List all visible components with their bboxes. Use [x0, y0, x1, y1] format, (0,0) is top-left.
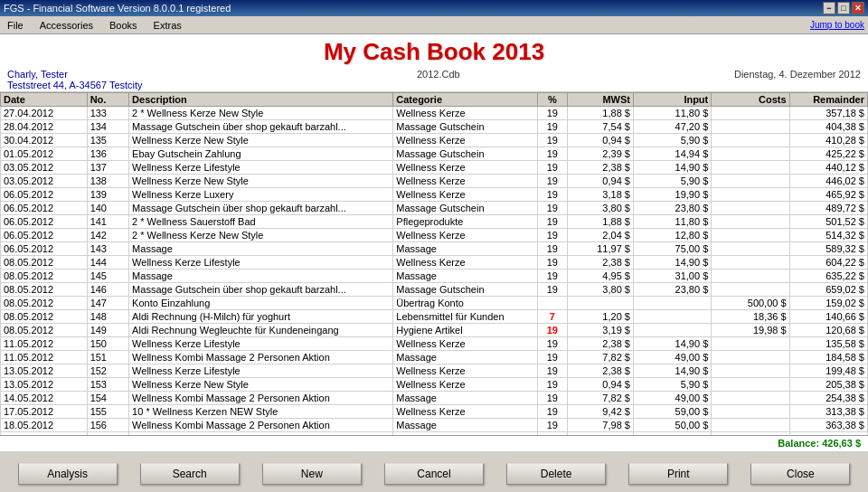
cell-cat: Wellness Kerze [393, 364, 537, 378]
cell-desc: Wellness Kerze New Style [129, 175, 393, 188]
cell-date: 18.05.2012 [1, 419, 88, 432]
new-button[interactable]: New [262, 463, 362, 485]
cell-no: 137 [87, 161, 128, 175]
table-row[interactable]: 13.05.2012 152 Wellness Kerze Lifestyle … [1, 364, 868, 378]
print-button[interactable]: Print [628, 463, 728, 485]
cell-no: 151 [87, 351, 128, 364]
cell-date: 08.05.2012 [1, 270, 88, 283]
delete-button[interactable]: Delete [506, 463, 606, 485]
table-row[interactable]: 11.05.2012 150 Wellness Kerze Lifestyle … [1, 337, 868, 351]
cell-no: 142 [87, 229, 128, 242]
analysis-button[interactable]: Analysis [18, 463, 118, 485]
user-name: Charly, Tester [7, 69, 143, 80]
menu-accessories[interactable]: Accessories [36, 19, 97, 32]
cell-desc: 2 * Wellness Sauerstoff Bad [129, 215, 393, 229]
table-row[interactable]: 06.05.2012 141 2 * Wellness Sauerstoff B… [1, 215, 868, 229]
menu-books[interactable]: Books [106, 19, 141, 32]
table-row[interactable]: 08.05.2012 145 Massage Massage 19 4,95 $… [1, 270, 868, 283]
cell-pct: 19 [537, 256, 567, 270]
menu-items: File Accessories Books Extras [4, 19, 185, 32]
cell-mwst: 3,80 $ [567, 202, 633, 215]
cell-costs [712, 351, 789, 364]
cell-cat: Massage Gutschein [393, 120, 537, 134]
cell-pct: 19 [537, 378, 567, 392]
table-row[interactable]: 08.05.2012 144 Wellness Kerze Lifestyle … [1, 256, 868, 270]
cell-date: 28.04.2012 [1, 120, 88, 134]
user-address: Teststreet 44, A-34567 Testcity [7, 80, 143, 90]
table-row[interactable]: 30.04.2012 135 Wellness Kerze New Style … [1, 134, 868, 147]
cell-remainder: 205,38 $ [789, 378, 867, 392]
cell-no: 136 [87, 147, 128, 161]
table-row[interactable]: 08.05.2012 147 Konto Einzahlung Übertrag… [1, 297, 868, 310]
cell-desc: Wellness Kombi Massage 2 Personen Aktion [129, 419, 393, 432]
cell-pct: 19 [537, 405, 567, 419]
menu-extras[interactable]: Extras [150, 19, 185, 32]
table-row[interactable]: 03.05.2012 137 Wellness Kerze Lifestyle … [1, 161, 868, 175]
cell-no: 139 [87, 188, 128, 202]
cell-desc: Wellness Kombi Massage 2 Personen Aktion [129, 351, 393, 364]
cell-no: 148 [87, 310, 128, 324]
cell-date: 06.05.2012 [1, 229, 88, 242]
minimize-button[interactable]: − [823, 2, 835, 14]
cell-costs [712, 202, 789, 215]
cell-remainder: 410,28 $ [789, 134, 867, 147]
table-row[interactable]: 17.05.2012 155 10 * Wellness Kerzen NEW … [1, 405, 868, 419]
cell-date: 11.05.2012 [1, 337, 88, 351]
data-table-container: Date No. Description Categorie % MWSt In… [0, 92, 868, 436]
cell-no: 153 [87, 378, 128, 392]
cell-date: 08.05.2012 [1, 256, 88, 270]
table-row[interactable]: 06.05.2012 139 Wellness Kerze Luxery Wel… [1, 188, 868, 202]
cell-no: 140 [87, 202, 128, 215]
table-row[interactable]: 13.05.2012 153 Wellness Kerze New Style … [1, 378, 868, 392]
cancel-button[interactable]: Cancel [384, 463, 484, 485]
cell-cat: Massage [393, 242, 537, 256]
cell-cat: Wellness Kerze [393, 229, 537, 242]
cell-desc: Aldi Rechnung Wegleuchte für Kundeneinga… [129, 324, 393, 337]
close-button[interactable]: Close [750, 463, 850, 485]
cell-no: 149 [87, 324, 128, 337]
table-row[interactable]: 08.05.2012 148 Aldi Rechnung (H-Milch) f… [1, 310, 868, 324]
cell-input: 14,90 $ [633, 337, 711, 351]
table-row[interactable]: 06.05.2012 140 Massage Gutschein über sh… [1, 202, 868, 215]
cell-cat: Wellness Kerze [393, 378, 537, 392]
cell-pct: 19 [537, 283, 567, 297]
table-row[interactable]: 14.05.2012 154 Wellness Kombi Massage 2 … [1, 392, 868, 405]
table-row[interactable]: 28.04.2012 134 Massage Gutschein über sh… [1, 120, 868, 134]
cell-date: 13.05.2012 [1, 364, 88, 378]
cell-pct: 19 [537, 337, 567, 351]
cell-input: 12,80 $ [633, 229, 711, 242]
table-row[interactable]: 01.05.2012 136 Ebay Gutschein Zahlung Ma… [1, 147, 868, 161]
window-close-button[interactable]: ✕ [852, 2, 864, 14]
cell-desc: 2 * Wellness Kerze New Style [129, 107, 393, 120]
cell-pct [537, 297, 567, 310]
cell-pct: 19 [537, 120, 567, 134]
cell-costs [712, 175, 789, 188]
cell-pct: 19 [537, 229, 567, 242]
cell-cat: Massage [393, 392, 537, 405]
menu-file[interactable]: File [4, 19, 27, 32]
cell-no: 156 [87, 419, 128, 432]
jump-to-book-link[interactable]: Jump to book [810, 20, 864, 30]
table-row[interactable]: 06.05.2012 143 Massage Massage 19 11,97 … [1, 242, 868, 256]
table-row[interactable]: 27.04.2012 133 2 * Wellness Kerze New St… [1, 107, 868, 120]
table-row[interactable]: 11.05.2012 151 Wellness Kombi Massage 2 … [1, 351, 868, 364]
cell-remainder: 635,22 $ [789, 270, 867, 283]
cell-no: 133 [87, 107, 128, 120]
cell-pct: 19 [537, 215, 567, 229]
menu-bar: File Accessories Books Extras Jump to bo… [0, 16, 868, 34]
table-row[interactable]: 08.05.2012 149 Aldi Rechnung Wegleuchte … [1, 324, 868, 337]
cell-mwst: 2,38 $ [567, 337, 633, 351]
cell-date: 08.05.2012 [1, 310, 88, 324]
table-row[interactable]: 03.05.2012 138 Wellness Kerze New Style … [1, 175, 868, 188]
cell-mwst: 7,54 $ [567, 120, 633, 134]
cell-desc: Aldi Rechnung (H-Milch) für yoghurt [129, 310, 393, 324]
maximize-button[interactable]: □ [837, 2, 850, 14]
cell-input: 50,00 $ [633, 419, 711, 432]
search-button[interactable]: Search [140, 463, 240, 485]
table-row[interactable]: 18.05.2012 156 Wellness Kombi Massage 2 … [1, 419, 868, 432]
table-row[interactable]: 08.05.2012 146 Massage Gutschein über sh… [1, 283, 868, 297]
cell-mwst: 0,94 $ [567, 134, 633, 147]
table-row[interactable]: 06.05.2012 142 2 * Wellness Kerze New St… [1, 229, 868, 242]
cell-desc: Wellness Kerze Lifestyle [129, 161, 393, 175]
cell-input: 75,00 $ [633, 242, 711, 256]
